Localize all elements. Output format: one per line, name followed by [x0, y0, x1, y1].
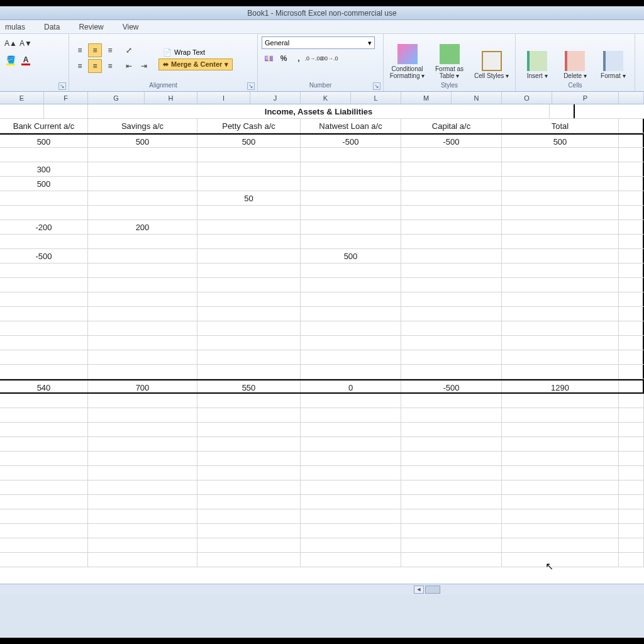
column-header[interactable]: N [452, 92, 502, 104]
cell[interactable] [301, 191, 401, 205]
decrease-indent-icon[interactable]: ⇤ [122, 59, 136, 73]
header-capital[interactable]: Capital a/c [401, 119, 502, 133]
cell[interactable]: -500 [0, 249, 88, 263]
cell[interactable] [401, 162, 502, 176]
cell[interactable] [401, 191, 502, 205]
tab-view[interactable]: View [120, 21, 142, 33]
align-center-icon[interactable]: ≡ [88, 59, 102, 73]
total-total[interactable]: 1290 [502, 380, 619, 392]
header-natwest[interactable]: Natwest Loan a/c [301, 119, 401, 133]
cell[interactable]: 50 [197, 191, 301, 205]
decrease-font-icon[interactable]: A▼ [19, 36, 33, 50]
format-as-table-button[interactable]: Format as Table ▾ [430, 38, 469, 79]
cell[interactable] [502, 177, 619, 191]
scrollbar-thumb[interactable] [425, 586, 440, 594]
format-button[interactable]: Format ▾ [596, 38, 631, 79]
column-header[interactable]: K [301, 92, 351, 104]
column-header[interactable]: I [197, 92, 250, 104]
align-left-icon[interactable]: ≡ [73, 59, 87, 73]
cell[interactable]: 500 [88, 135, 197, 147]
tab-formulas[interactable]: mulas [3, 21, 28, 33]
cell[interactable] [502, 191, 619, 205]
sheet-title[interactable]: Income, Assets & Liabilities [88, 104, 550, 118]
cell-styles-button[interactable]: Cell Styles ▾ [472, 38, 511, 79]
cell[interactable] [401, 206, 502, 219]
cell[interactable] [88, 206, 197, 219]
cell[interactable] [88, 177, 197, 191]
cell[interactable] [502, 249, 619, 263]
conditional-formatting-button[interactable]: Conditional Formatting ▾ [387, 38, 427, 79]
font-color-icon[interactable]: A [19, 53, 33, 67]
cell[interactable] [0, 148, 88, 162]
align-bottom-icon[interactable]: ≡ [103, 43, 117, 57]
header-total[interactable]: Total [502, 119, 619, 133]
wrap-text-button[interactable]: 📄Wrap Text [158, 47, 233, 58]
fill-color-icon[interactable]: 🪣 [4, 53, 18, 67]
cell[interactable] [301, 162, 401, 176]
cell[interactable] [197, 162, 301, 176]
cell[interactable]: 200 [88, 220, 197, 234]
column-header[interactable]: G [88, 92, 145, 104]
comma-format-icon[interactable]: , [292, 52, 306, 65]
alignment-dialog-launcher-icon[interactable]: ↘ [247, 82, 255, 90]
scroll-left-icon[interactable]: ◄ [414, 586, 424, 594]
cell[interactable] [197, 249, 301, 263]
column-header[interactable]: H [145, 92, 197, 104]
cell[interactable]: 500 [502, 135, 619, 147]
cell[interactable]: 500 [0, 177, 88, 191]
cell[interactable] [197, 235, 301, 248]
cell[interactable]: -500 [301, 135, 401, 147]
total-capital[interactable]: -500 [401, 380, 502, 392]
percent-format-icon[interactable]: % [277, 52, 291, 65]
cell[interactable] [88, 162, 197, 176]
cell[interactable]: 500 [197, 135, 301, 147]
total-petty[interactable]: 550 [197, 380, 301, 392]
cell[interactable] [401, 177, 502, 191]
cell[interactable] [301, 206, 401, 219]
cell[interactable]: -500 [401, 135, 502, 147]
cell[interactable]: 500 [301, 249, 401, 263]
accounting-format-icon[interactable]: 💷 [262, 52, 275, 65]
align-right-icon[interactable]: ≡ [103, 59, 117, 73]
total-bank[interactable]: 540 [0, 380, 88, 392]
column-header[interactable]: J [250, 92, 301, 104]
tab-data[interactable]: Data [42, 21, 62, 33]
increase-font-icon[interactable]: A▲ [4, 36, 18, 50]
column-header[interactable]: M [401, 92, 452, 104]
header-petty[interactable]: Petty Cash a/c [197, 119, 301, 133]
cell[interactable] [301, 177, 401, 191]
cell[interactable] [502, 148, 619, 162]
increase-indent-icon[interactable]: ⇥ [137, 59, 151, 73]
cell[interactable] [197, 148, 301, 162]
cell[interactable] [502, 162, 619, 176]
cell[interactable]: -200 [0, 220, 88, 234]
cell[interactable] [502, 235, 619, 248]
header-savings[interactable]: Savings a/c [88, 119, 197, 133]
orientation-icon[interactable]: ⤢ [122, 43, 136, 57]
cell[interactable] [502, 220, 619, 234]
number-dialog-launcher-icon[interactable]: ↘ [373, 82, 380, 90]
tab-review[interactable]: Review [76, 21, 106, 33]
align-top-icon[interactable]: ≡ [73, 43, 87, 57]
column-header[interactable]: F [44, 92, 88, 104]
cell[interactable] [401, 220, 502, 234]
cell[interactable] [301, 235, 401, 248]
spreadsheet-grid[interactable]: Income, Assets & Liabilities Bank Curren… [0, 104, 644, 595]
cell[interactable] [0, 206, 88, 219]
cell[interactable] [88, 235, 197, 248]
merge-center-button[interactable]: ⬌Merge & Center ▾ [158, 58, 233, 70]
increase-decimal-icon[interactable]: .0→.00 [307, 52, 321, 65]
font-dialog-launcher-icon[interactable]: ↘ [58, 82, 66, 90]
cell[interactable] [0, 235, 88, 248]
number-format-combo[interactable]: General▾ [262, 36, 375, 49]
cell[interactable] [401, 235, 502, 248]
header-bank[interactable]: Bank Current a/c [0, 119, 88, 133]
cell[interactable] [401, 249, 502, 263]
cell[interactable] [197, 177, 301, 191]
cell[interactable]: 500 [0, 135, 88, 147]
delete-button[interactable]: Delete ▾ [557, 38, 592, 79]
cell[interactable] [197, 206, 301, 219]
column-header[interactable]: O [502, 92, 552, 104]
cell[interactable] [0, 191, 88, 205]
insert-button[interactable]: Insert ▾ [519, 38, 555, 79]
